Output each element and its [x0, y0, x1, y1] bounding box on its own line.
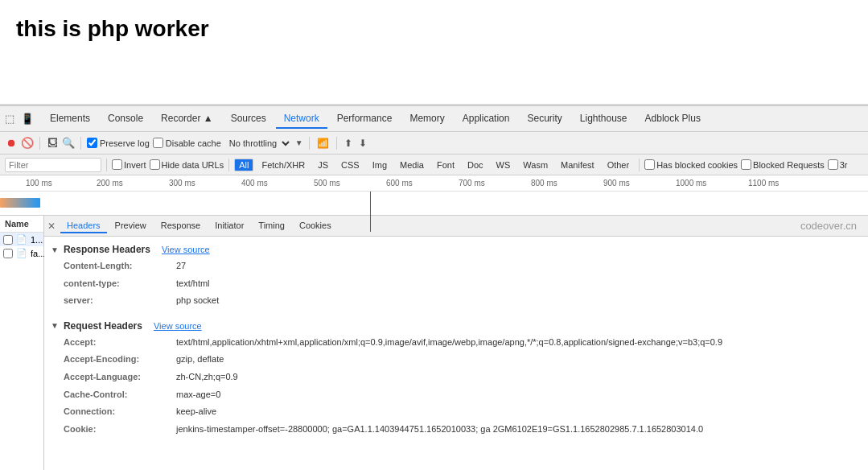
toolbar-divider-3: [309, 137, 310, 150]
export-icon[interactable]: ⬇: [357, 138, 368, 149]
tab-recorder[interactable]: Recorder ▲: [153, 109, 221, 129]
request-triangle-icon: ▼: [51, 321, 59, 330]
detail-tab-headers[interactable]: Headers: [60, 219, 107, 233]
detail-tab-preview[interactable]: Preview: [109, 219, 153, 233]
throttle-select[interactable]: No throttling: [224, 137, 292, 150]
throttle-arrow: ▼: [295, 138, 303, 147]
tab-security[interactable]: Security: [519, 109, 570, 129]
blocked-cookies-checkbox[interactable]: Has blocked cookies: [644, 159, 738, 170]
blocked-requests-checkbox[interactable]: Blocked Requests: [741, 159, 825, 170]
all-filter-button[interactable]: All: [234, 159, 253, 171]
filter-other[interactable]: Other: [603, 159, 635, 171]
search-icon[interactable]: 🔍: [62, 137, 75, 150]
filter-doc[interactable]: Doc: [463, 159, 488, 171]
mark-400ms: 400 ms: [241, 179, 268, 188]
request-checkbox-2[interactable]: [3, 249, 13, 258]
filter-manifest[interactable]: Manifest: [556, 159, 599, 171]
request-checkbox-1[interactable]: [3, 235, 13, 245]
preserve-log-checkbox[interactable]: Preserve log: [87, 138, 150, 148]
timeline: 100 ms 200 ms 300 ms 400 ms 500 ms 600 m…: [0, 175, 868, 216]
tab-memory[interactable]: Memory: [401, 109, 452, 129]
response-header-content-type: content-type: text/html: [44, 275, 868, 293]
request-item-2[interactable]: 📄 fa...: [0, 246, 43, 260]
filter-img[interactable]: Img: [368, 159, 392, 171]
filter-ws[interactable]: WS: [492, 159, 516, 171]
response-headers-title: Response Headers: [64, 244, 150, 255]
detail-tab-cookies[interactable]: Cookies: [293, 219, 338, 233]
mark-300ms: 300 ms: [169, 179, 195, 188]
response-headers-section[interactable]: ▼ Response Headers View source: [44, 241, 868, 258]
request-list-header: Name: [0, 216, 43, 233]
header-value-content-length: 27: [176, 259, 186, 274]
record-button[interactable]: ⏺: [5, 137, 18, 150]
inspect-icon[interactable]: ⬚: [3, 113, 16, 126]
mark-1100ms: 1100 ms: [748, 179, 779, 188]
filter-icon[interactable]: ⛾: [46, 137, 59, 150]
request-list: Name 📄 1... 📄 fa...: [0, 216, 44, 470]
header-name-cookie: Cookie:: [64, 423, 176, 437]
toolbar-divider-2: [80, 137, 81, 150]
mark-1000ms: 1000 ms: [676, 179, 706, 188]
invert-checkbox[interactable]: Invert: [112, 159, 146, 170]
header-name-cache-control: Cache-Control:: [64, 388, 176, 402]
tab-elements[interactable]: Elements: [42, 109, 98, 129]
request-header-accept-encoding: Accept-Encoding: gzip, deflate: [44, 351, 868, 369]
tab-performance[interactable]: Performance: [329, 109, 401, 129]
request-header-accept-language: Accept-Language: zh-CN,zh;q=0.9: [44, 369, 868, 386]
header-value-cache-control: max-age=0: [176, 388, 220, 402]
tab-network[interactable]: Network: [276, 109, 327, 129]
filter-xhr[interactable]: Fetch/XHR: [257, 159, 310, 171]
header-name-connection: Connection:: [64, 405, 176, 419]
request-item-1[interactable]: 📄 1...: [0, 233, 43, 246]
response-view-source[interactable]: View source: [162, 245, 210, 254]
tab-adblock[interactable]: Adblock Plus: [637, 109, 709, 129]
detail-tab-timing[interactable]: Timing: [252, 219, 291, 233]
header-value-connection: keep-alive: [176, 405, 216, 419]
request-header-connection: Connection: keep-alive: [44, 403, 868, 421]
3rd-party-checkbox[interactable]: 3r: [828, 159, 848, 170]
watermark: codeover.cn: [800, 220, 865, 232]
detail-tab-response[interactable]: Response: [154, 219, 208, 233]
detail-content: ▼ Response Headers View source Content-L…: [44, 237, 868, 470]
clear-button[interactable]: 🚫: [21, 137, 34, 150]
filter-media[interactable]: Media: [395, 159, 429, 171]
name-column-header: Name: [5, 219, 29, 229]
request-icon-1: 📄: [16, 234, 27, 245]
section-spacer: [44, 310, 868, 315]
detail-tab-initiator[interactable]: Initiator: [208, 219, 250, 233]
filter-css[interactable]: CSS: [336, 159, 364, 171]
filter-js[interactable]: JS: [313, 159, 333, 171]
timeline-bar-area: [0, 192, 868, 215]
mark-900ms: 900 ms: [603, 179, 630, 188]
tab-application[interactable]: Application: [455, 109, 518, 129]
request-headers-section[interactable]: ▼ Request Headers View source: [44, 318, 868, 334]
filter-wasm[interactable]: Wasm: [518, 159, 553, 171]
filter-font[interactable]: Font: [432, 159, 459, 171]
filter-bar: Invert Hide data URLs All Fetch/XHR JS C…: [0, 155, 868, 175]
disable-cache-checkbox[interactable]: Disable cache: [153, 138, 221, 148]
detail-tab-close[interactable]: ✕: [47, 221, 56, 232]
request-label-2: fa...: [31, 249, 45, 258]
timeline-bar: [0, 198, 40, 208]
header-name-accept-language: Accept-Language:: [64, 370, 176, 385]
filter-input[interactable]: [5, 158, 101, 172]
request-headers-title: Request Headers: [64, 320, 142, 332]
wifi-icon[interactable]: 📶: [315, 138, 331, 149]
header-name-server: server:: [64, 294, 176, 308]
tab-sources[interactable]: Sources: [223, 109, 274, 129]
header-value-cookie: jenkins-timestamper-offset=-28800000; ga…: [176, 423, 703, 437]
response-triangle-icon: ▼: [51, 245, 59, 254]
tab-lighthouse[interactable]: Lighthouse: [572, 109, 636, 129]
header-name-accept-encoding: Accept-Encoding:: [64, 352, 176, 367]
request-icon-2: 📄: [16, 248, 27, 258]
tab-console[interactable]: Console: [100, 109, 151, 129]
request-view-source[interactable]: View source: [154, 321, 202, 331]
import-icon[interactable]: ⬆: [343, 138, 354, 149]
toolbar-divider-4: [336, 137, 337, 150]
hide-data-urls-checkbox[interactable]: Hide data URLs: [150, 159, 224, 170]
main-area: Name 📄 1... 📄 fa... ✕ Headers Preview Re…: [0, 216, 868, 470]
timeline-ruler: 100 ms 200 ms 300 ms 400 ms 500 ms 600 m…: [0, 175, 868, 192]
device-icon[interactable]: 📱: [21, 113, 34, 126]
header-value-content-type: text/html: [176, 277, 210, 291]
mark-700ms: 700 ms: [459, 179, 485, 188]
